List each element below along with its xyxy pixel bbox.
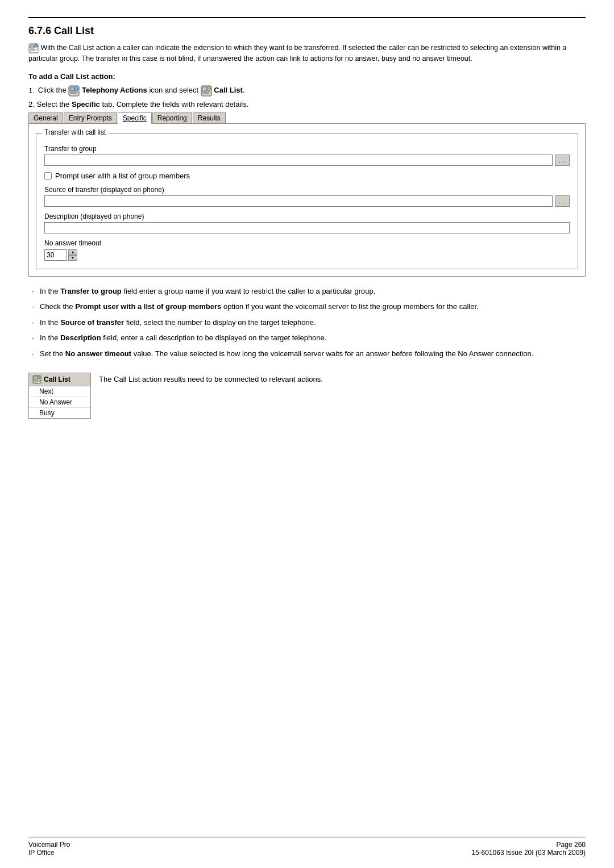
bullet-4-bold: Description bbox=[60, 333, 101, 342]
source-transfer-field: Source of transfer (displayed on phone) … bbox=[44, 186, 570, 207]
bullet-3-bold: Source of transfer bbox=[60, 318, 124, 327]
svg-rect-19 bbox=[34, 376, 38, 379]
step-1-num: 1. bbox=[28, 86, 35, 95]
bullet-1: In the Transfer to group field enter a g… bbox=[28, 286, 586, 297]
svg-text:C: C bbox=[38, 376, 40, 379]
tab-specific[interactable]: Specific bbox=[118, 112, 152, 124]
page-footer: Voicemail Pro IP Office Page 260 15-6010… bbox=[28, 837, 586, 857]
call-list-tree-header: C Call List bbox=[29, 373, 90, 386]
transfer-group-box: Transfer with call list Transfer to grou… bbox=[36, 133, 578, 269]
telephony-actions-icon: T bbox=[68, 85, 80, 97]
footer-right: Page 260 15-601063 Issue 20I (03 March 2… bbox=[471, 841, 586, 857]
transfer-to-group-btn[interactable]: ... bbox=[555, 155, 570, 166]
call-list-icon-2: C bbox=[201, 85, 212, 97]
footer-brand: IP Office bbox=[28, 849, 70, 857]
svg-rect-13 bbox=[202, 87, 207, 91]
spinner-buttons: ▲ ▼ bbox=[68, 249, 77, 261]
bullet-3: In the Source of transfer field, select … bbox=[28, 317, 586, 328]
transfer-to-group-input[interactable] bbox=[44, 155, 553, 166]
bullet-2: Check the Prompt user with a list of gro… bbox=[28, 301, 586, 312]
tab-entry-prompts[interactable]: Entry Prompts bbox=[64, 112, 117, 124]
call-list-label: Call List bbox=[214, 86, 243, 94]
call-list-section: C Call List Next No Answer Busy The Call… bbox=[28, 367, 586, 419]
call-list-tree-icon: C bbox=[32, 375, 42, 384]
prompt-checkbox[interactable] bbox=[44, 172, 52, 180]
spinner-down-btn[interactable]: ▼ bbox=[68, 255, 77, 261]
source-transfer-label: Source of transfer (displayed on phone) bbox=[44, 186, 570, 194]
steps-container: 1. Click the T Telephony Actions icon an… bbox=[28, 85, 586, 108]
call-list-tree: C Call List Next No Answer Busy bbox=[28, 373, 91, 419]
tab-general[interactable]: General bbox=[28, 112, 63, 124]
page-title: 6.7.6 Call List bbox=[28, 25, 586, 37]
section-divider bbox=[28, 17, 586, 18]
tab-reporting[interactable]: Reporting bbox=[152, 112, 192, 124]
no-answer-timeout-field: No answer timeout ▲ ▼ bbox=[44, 239, 570, 261]
specific-tab-ref: Specific bbox=[72, 100, 100, 108]
bullet-5-bold: No answer timeout bbox=[65, 349, 131, 358]
bullet-1-bold: Transfer to group bbox=[60, 287, 122, 295]
transfer-to-group-label: Transfer to group bbox=[44, 145, 570, 153]
footer-left: Voicemail Pro IP Office bbox=[28, 841, 70, 857]
call-list-item-next: Next bbox=[29, 386, 90, 397]
no-answer-timeout-label: No answer timeout bbox=[44, 239, 570, 247]
svg-rect-1 bbox=[30, 45, 34, 48]
bullet-4: In the Description field, enter a call d… bbox=[28, 332, 586, 344]
svg-text:C: C bbox=[35, 44, 37, 48]
bullet-2-bold: Prompt user with a list of group members bbox=[75, 302, 221, 311]
source-transfer-btn[interactable]: ... bbox=[555, 195, 570, 207]
step-2-text: Select the Specific tab. Complete the fi… bbox=[36, 100, 248, 108]
transfer-to-group-field: Transfer to group ... bbox=[44, 145, 570, 166]
tab-section: General Entry Prompts Specific Reporting… bbox=[28, 112, 586, 277]
call-list-icon: C bbox=[28, 43, 39, 53]
group-box-legend: Transfer with call list bbox=[42, 128, 108, 136]
call-list-tree-title: Call List bbox=[44, 375, 70, 383]
spinner-up-btn[interactable]: ▲ bbox=[68, 249, 77, 255]
footer-product: Voicemail Pro bbox=[28, 841, 70, 849]
call-list-item-busy: Busy bbox=[29, 408, 90, 418]
intro-paragraph: C With the Call List action a caller can… bbox=[28, 43, 586, 64]
step-1: 1. Click the T Telephony Actions icon an… bbox=[28, 85, 586, 97]
bullet-5: Set the No answer timeout value. The val… bbox=[28, 348, 586, 360]
step-header: To add a Call List action: bbox=[28, 72, 586, 81]
tree-note: The Call List action results need to be … bbox=[99, 375, 323, 383]
description-label: Description (displayed on phone) bbox=[44, 212, 570, 220]
bullet-list: In the Transfer to group field enter a g… bbox=[28, 286, 586, 360]
call-list-item-no-answer: No Answer bbox=[29, 397, 90, 408]
telephony-actions-label: Telephony Actions bbox=[82, 86, 147, 94]
specific-panel: Transfer with call list Transfer to grou… bbox=[28, 123, 586, 277]
footer-issue: 15-601063 Issue 20I (03 March 2009) bbox=[471, 849, 586, 857]
footer-page: Page 260 bbox=[471, 841, 586, 849]
prompt-checkbox-label: Prompt user with a list of group members bbox=[55, 172, 190, 180]
prompt-checkbox-row: Prompt user with a list of group members bbox=[44, 172, 570, 180]
source-transfer-input[interactable] bbox=[44, 195, 553, 207]
svg-rect-7 bbox=[70, 87, 74, 91]
tab-bar: General Entry Prompts Specific Reporting… bbox=[28, 112, 586, 123]
svg-text:T: T bbox=[76, 87, 77, 90]
description-field: Description (displayed on phone) bbox=[44, 212, 570, 233]
description-input[interactable] bbox=[44, 222, 570, 233]
step-1-text: Click the T Telephony Actions icon and s… bbox=[38, 85, 245, 97]
no-answer-timeout-input[interactable] bbox=[44, 249, 67, 261]
svg-text:C: C bbox=[208, 87, 210, 90]
step-2: 2. Select the Specific tab. Complete the… bbox=[28, 100, 586, 108]
step-2-num: 2. bbox=[28, 100, 36, 108]
tab-results[interactable]: Results bbox=[193, 112, 226, 124]
